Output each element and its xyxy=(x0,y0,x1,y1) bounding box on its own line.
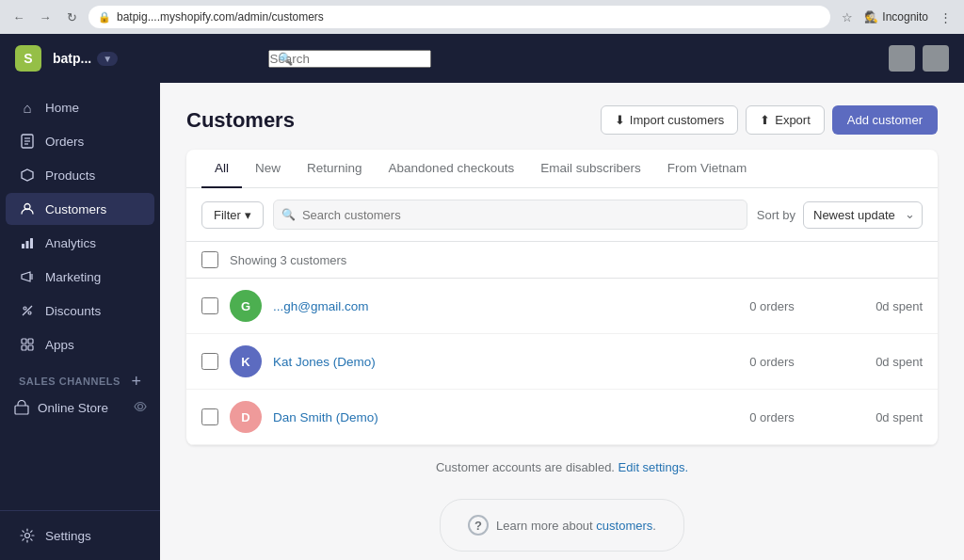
footer-notice: Customer accounts are disabled. Edit set… xyxy=(186,445,938,489)
svg-rect-18 xyxy=(28,345,33,350)
showing-count: Showing 3 customers xyxy=(230,253,346,267)
avatar-3: D xyxy=(230,401,262,433)
sidebar-bottom: Settings xyxy=(0,510,160,552)
export-button[interactable]: ⬆ Export xyxy=(746,105,825,135)
avatar-1[interactable] xyxy=(889,45,915,72)
sidebar-item-customers[interactable]: Customers xyxy=(6,193,154,225)
edit-settings-link[interactable]: Edit settings. xyxy=(619,460,688,474)
tab-all[interactable]: All xyxy=(201,150,242,188)
forward-button[interactable]: → xyxy=(36,8,55,26)
add-sales-channel-button[interactable]: + xyxy=(131,373,141,390)
svg-marker-4 xyxy=(22,169,33,181)
tab-from-vietnam[interactable]: From Vietnam xyxy=(654,150,761,188)
settings-icon xyxy=(19,527,36,544)
reload-button[interactable]: ↻ xyxy=(62,8,81,26)
products-icon xyxy=(19,167,36,184)
store-name[interactable]: batp... ▼ xyxy=(53,51,118,66)
sidebar-item-marketing[interactable]: Marketing xyxy=(6,261,154,293)
sidebar-item-label: Home xyxy=(45,101,79,115)
browser-bar: ← → ↻ 🔒 batpig....myshopify.com/admin/cu… xyxy=(0,0,964,34)
incognito-badge: 🕵 Incognito xyxy=(864,10,928,24)
svg-point-21 xyxy=(25,534,30,538)
customer-spent-3: 0d spent xyxy=(828,410,923,424)
tab-abandoned[interactable]: Abandoned checkouts xyxy=(376,150,528,188)
nav-right xyxy=(889,45,949,72)
bookmark-button[interactable]: ☆ xyxy=(838,8,857,26)
export-icon: ⬆ xyxy=(760,113,770,127)
main-layout: ⌂ Home Orders Products Customers Analy xyxy=(0,83,964,560)
tab-email-subscribers[interactable]: Email subscribers xyxy=(527,150,654,188)
svg-point-20 xyxy=(138,404,143,408)
avatar-2: K xyxy=(230,345,262,377)
url-bar[interactable]: 🔒 batpig....myshopify.com/admin/customer… xyxy=(88,6,830,28)
table-row[interactable]: D Dan Smith (Demo) 0 orders 0d spent xyxy=(186,390,938,445)
sidebar-item-products[interactable]: Products xyxy=(6,159,154,191)
analytics-icon xyxy=(19,234,36,251)
url-text: batpig....myshopify.com/admin/customers xyxy=(117,10,324,24)
tab-new[interactable]: New xyxy=(242,150,294,188)
add-customer-button[interactable]: Add customer xyxy=(832,105,938,135)
filter-chevron-icon: ▾ xyxy=(245,208,251,222)
shopify-nav: S batp... ▼ 🔍 xyxy=(0,34,964,83)
sidebar-item-label: Products xyxy=(45,168,95,183)
menu-button[interactable]: ⋮ xyxy=(936,8,955,26)
search-bar-wrapper: 🔍 xyxy=(268,50,739,68)
row-checkbox-1[interactable] xyxy=(201,297,218,314)
apps-icon xyxy=(19,336,36,353)
sort-wrapper: Newest update Oldest update Name A-Z Nam… xyxy=(803,201,923,229)
customers-link[interactable]: customers xyxy=(596,519,652,533)
sort-label: Sort by xyxy=(757,208,795,222)
sidebar-item-home[interactable]: ⌂ Home xyxy=(6,91,154,123)
table-row[interactable]: G ...gh@gmail.com 0 orders 0d spent xyxy=(186,279,938,334)
customer-spent-2: 0d spent xyxy=(828,355,923,369)
home-icon: ⌂ xyxy=(19,99,36,116)
customer-orders-3: 0 orders xyxy=(715,410,828,424)
sidebar-item-orders[interactable]: Orders xyxy=(6,125,154,157)
lock-icon: 🔒 xyxy=(98,11,111,24)
tab-returning[interactable]: Returning xyxy=(294,150,376,188)
svg-rect-15 xyxy=(22,339,26,344)
sidebar-item-label: Customers xyxy=(45,202,106,216)
orders-icon xyxy=(19,133,36,150)
customers-icon xyxy=(19,200,36,217)
store-visibility-button[interactable] xyxy=(134,400,147,416)
sidebar: ⌂ Home Orders Products Customers Analy xyxy=(0,83,160,560)
svg-rect-16 xyxy=(28,339,33,344)
sidebar-item-analytics[interactable]: Analytics xyxy=(6,227,154,259)
row-checkbox-2[interactable] xyxy=(201,353,218,370)
learn-more-text: Learn more about customers. xyxy=(496,519,656,533)
filter-button[interactable]: Filter ▾ xyxy=(201,201,264,229)
tabs: All New Returning Abandoned checkouts Em… xyxy=(186,150,938,188)
customers-card: All New Returning Abandoned checkouts Em… xyxy=(186,150,938,445)
customer-spent-1: 0d spent xyxy=(828,299,923,313)
page-title: Customers xyxy=(186,108,295,133)
svg-rect-6 xyxy=(22,244,24,248)
sort-section: Sort by Newest update Oldest update Name… xyxy=(757,201,923,229)
back-button[interactable]: ← xyxy=(9,8,28,26)
select-all-checkbox[interactable] xyxy=(201,251,218,268)
customer-name-3: Dan Smith (Demo) xyxy=(273,410,715,424)
search-customers-input[interactable] xyxy=(273,200,747,230)
avatar-2[interactable] xyxy=(923,45,949,72)
sidebar-item-discounts[interactable]: Discounts xyxy=(6,295,154,327)
row-checkbox-3[interactable] xyxy=(201,408,218,425)
help-icon: ? xyxy=(468,515,489,536)
header-actions: ⬇ Import customers ⬆ Export Add customer xyxy=(601,105,938,135)
sidebar-item-label: Analytics xyxy=(45,236,96,250)
marketing-icon xyxy=(19,268,36,285)
table-row[interactable]: K Kat Jones (Demo) 0 orders 0d spent xyxy=(186,334,938,390)
toolbar: Filter ▾ 🔍 Sort by Newest update Oldest … xyxy=(186,188,938,242)
svg-point-12 xyxy=(24,307,26,310)
customer-name-1: ...gh@gmail.com xyxy=(273,299,715,313)
import-customers-button[interactable]: ⬇ Import customers xyxy=(601,105,738,135)
sort-select[interactable]: Newest update Oldest update Name A-Z Nam… xyxy=(803,201,923,229)
sidebar-item-settings[interactable]: Settings xyxy=(6,520,154,552)
sidebar-item-apps[interactable]: Apps xyxy=(6,328,154,360)
page-header: Customers ⬇ Import customers ⬆ Export Ad… xyxy=(186,105,938,135)
sidebar-item-label: Marketing xyxy=(45,270,101,284)
search-customers-wrapper: 🔍 xyxy=(273,200,747,230)
svg-rect-19 xyxy=(15,406,28,414)
learn-more-box: ? Learn more about customers. xyxy=(440,499,684,552)
sidebar-item-online-store[interactable]: Online Store xyxy=(0,393,160,422)
incognito-icon: 🕵 xyxy=(864,10,878,24)
